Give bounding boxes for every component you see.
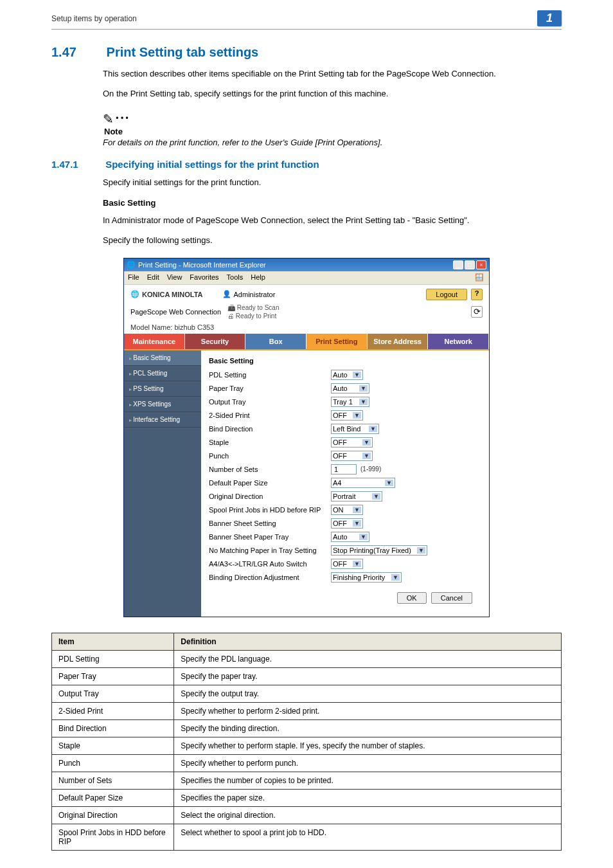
menu-help[interactable]: Help [251,273,265,282]
cell-item: Original Direction [52,806,174,824]
windows-flag-icon: 🪟 [475,273,485,282]
chevron-down-icon: ▼ [353,372,361,378]
form-select[interactable]: OFF▼ [331,518,363,529]
form-label: Binding Direction Adjustment [209,574,331,581]
user-icon: 👤 [222,290,231,298]
form-select[interactable]: OFF▼ [331,410,363,420]
form-label: Default Paper Size [209,479,331,487]
cell-item: Staple [52,737,174,754]
form-select[interactable]: Stop Printing(Tray Fixed)▼ [331,545,427,556]
tab-security[interactable]: Security [185,334,246,349]
window-titlebar: 🌐 Print Setting - Microsoft Internet Exp… [124,258,489,271]
form-input[interactable]: 1 [331,464,357,475]
sidebar-item-pcl[interactable]: PCL Setting [124,366,201,381]
form-row: Original DirectionPortrait▼ [209,491,481,502]
cell-item: Default Paper Size [52,789,174,806]
brand-label: KONICA MINOLTA [142,291,203,298]
table-row: 2-Sided PrintSpecify whether to perform … [52,702,562,719]
note-dots: • • • [116,114,128,123]
th-definition: Definition [174,633,562,650]
form-label: Spool Print Jobs in HDD before RIP [209,506,331,514]
logout-button[interactable]: Logout [426,289,467,300]
settings-table: Item Definition PDL SettingSpecify the P… [51,633,562,851]
menu-edit[interactable]: Edit [147,273,159,282]
form-select[interactable]: Auto▼ [331,383,369,393]
window-menubar: File Edit View Favorites Tools Help 🪟 [124,271,489,285]
form-label: Paper Tray [209,384,331,392]
basic-setting-heading: Basic Setting [103,198,562,208]
chevron-down-icon: ▼ [385,480,393,486]
form-row: Default Paper SizeA4▼ [209,478,481,488]
settings-panel: Basic Setting PDL SettingAuto▼Paper Tray… [201,350,489,617]
sidebar-item-xps[interactable]: XPS Settings [124,397,201,412]
form-select[interactable]: Finishing Priority▼ [331,572,402,583]
form-select[interactable]: OFF▼ [331,451,373,461]
form-select[interactable]: Left Bind▼ [331,424,379,434]
cell-definition: Select the original direction. [174,806,562,824]
form-select[interactable]: Portrait▼ [331,491,382,502]
chevron-down-icon: ▼ [353,412,361,419]
chevron-down-icon: ▼ [359,399,368,405]
intro-text-2: On the Print Setting tab, specify settin… [103,87,562,101]
chevron-down-icon: ▼ [362,439,371,446]
form-row: A4/A3<->LTR/LGR Auto SwitchOFF▼ [209,559,481,569]
tab-box[interactable]: Box [245,334,306,349]
note-block: ✎ • • • Note For details on the print fu… [103,111,562,147]
maximize-button[interactable]: □ [465,260,475,269]
ready-print-label: 🖨 Ready to Print [227,312,279,320]
help-button[interactable]: ? [471,289,483,300]
chevron-down-icon: ▼ [353,520,361,527]
form-row: No Matching Paper in Tray SettingStop Pr… [209,545,481,556]
refresh-icon[interactable]: ⟳ [471,306,483,318]
form-select[interactable]: Tray 1▼ [331,397,369,407]
globe-icon: 🌐 [130,290,139,298]
close-button[interactable]: × [476,260,486,269]
form-label: Output Tray [209,398,331,406]
chevron-down-icon: ▼ [391,574,400,581]
subsection-line2: In Administrator mode of PageScope Web C… [103,214,562,228]
sidebar-item-interface[interactable]: Interface Setting [124,412,201,428]
cell-definition: Specify the binding direction. [174,719,562,737]
menu-view[interactable]: View [167,273,182,282]
form-row: Output TrayTray 1▼ [209,397,481,407]
model-name-label: Model Name: bizhub C353 [124,323,489,334]
chevron-down-icon: ▼ [362,453,371,459]
note-label: Note [104,127,562,136]
subsection-title: Specifying initial settings for the prin… [105,159,319,170]
form-select[interactable]: OFF▼ [331,559,363,569]
cell-definition: Specify the output tray. [174,685,562,702]
tab-maintenance[interactable]: Maintenance [124,334,185,349]
sidebar-item-ps[interactable]: PS Setting [124,381,201,397]
cell-item: Number of Sets [52,772,174,789]
minimize-button[interactable]: _ [453,260,463,269]
chevron-down-icon: ▼ [359,534,368,540]
form-row: Bind DirectionLeft Bind▼ [209,424,481,434]
menu-tools[interactable]: Tools [227,273,244,282]
form-select[interactable]: OFF▼ [331,437,373,448]
form-label: Punch [209,452,331,460]
cancel-button[interactable]: Cancel [431,592,472,604]
tab-store-address[interactable]: Store Address [368,334,429,349]
tab-print-setting[interactable]: Print Setting [306,334,368,349]
panel-title: Basic Setting [209,357,481,365]
table-row: StapleSpecify whether to perform staple.… [52,737,562,754]
form-row: 2-Sided PrintOFF▼ [209,410,481,420]
cell-definition: Specifies the paper size. [174,789,562,806]
chevron-down-icon: ▼ [417,547,425,554]
tab-network[interactable]: Network [428,334,489,349]
menu-favorites[interactable]: Favorites [190,273,218,282]
form-row: Banner Sheet Paper TrayAuto▼ [209,532,481,542]
menu-file[interactable]: File [128,273,139,282]
cell-item: PDL Setting [52,650,174,667]
form-select[interactable]: Auto▼ [331,532,369,542]
form-select[interactable]: ON▼ [331,505,363,515]
form-row: Banner Sheet SettingOFF▼ [209,518,481,529]
form-select[interactable]: A4▼ [331,478,395,488]
intro-text-1: This section describes other items speci… [103,68,562,81]
ok-button[interactable]: OK [397,592,427,604]
scope-label: PageScope Web Connection [130,308,221,316]
sidebar-item-basic[interactable]: Basic Setting [124,350,201,366]
form-select[interactable]: Auto▼ [331,370,363,380]
section-title: Print Setting tab settings [107,45,259,59]
section-number: 1.47 [51,45,103,60]
